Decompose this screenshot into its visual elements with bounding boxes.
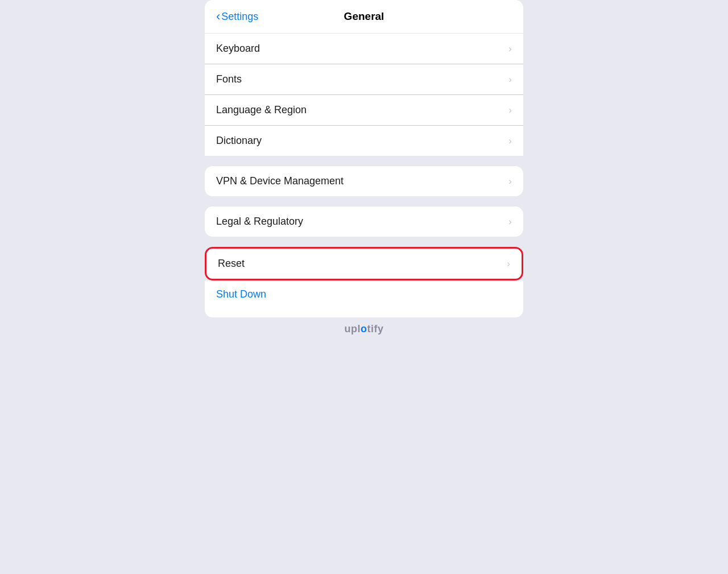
- fonts-item[interactable]: Fonts ›: [205, 64, 523, 95]
- language-region-label: Language & Region: [216, 104, 307, 116]
- settings-group-2: VPN & Device Management ›: [205, 166, 523, 196]
- keyboard-chevron-icon: ›: [508, 44, 512, 53]
- language-region-item[interactable]: Language & Region ›: [205, 95, 523, 126]
- back-chevron-icon: ‹: [216, 10, 220, 23]
- bottom-area: Shut Down: [205, 280, 523, 317]
- gap-1: [205, 156, 523, 166]
- reset-card: Reset ›: [205, 247, 523, 280]
- legal-chevron-icon: ›: [508, 217, 512, 226]
- gap-3: [205, 237, 523, 247]
- reset-item[interactable]: Reset ›: [206, 249, 522, 279]
- language-region-chevron-icon: ›: [508, 105, 512, 115]
- shutdown-item[interactable]: Shut Down: [205, 280, 523, 308]
- page-title: General: [344, 10, 384, 23]
- watermark-suffix: tify: [367, 323, 384, 335]
- watermark-o: o: [361, 323, 367, 335]
- keyboard-label: Keyboard: [216, 43, 260, 55]
- dictionary-label: Dictionary: [216, 135, 262, 147]
- vpn-chevron-icon: ›: [508, 176, 512, 186]
- watermark-prefix: upl: [345, 323, 361, 335]
- shutdown-label: Shut Down: [216, 288, 266, 300]
- header: ‹ Settings General: [205, 0, 523, 34]
- watermark: uplotify: [205, 317, 523, 337]
- reset-chevron-icon: ›: [507, 259, 510, 269]
- fonts-label: Fonts: [216, 73, 242, 85]
- vpn-item[interactable]: VPN & Device Management ›: [205, 166, 523, 196]
- legal-item[interactable]: Legal & Regulatory ›: [205, 207, 523, 237]
- settings-group-3: Legal & Regulatory ›: [205, 207, 523, 237]
- keyboard-item[interactable]: Keyboard ›: [205, 34, 523, 64]
- back-label: Settings: [221, 11, 258, 23]
- gap-2: [205, 196, 523, 207]
- fonts-chevron-icon: ›: [508, 75, 512, 84]
- dictionary-item[interactable]: Dictionary ›: [205, 126, 523, 156]
- settings-group-1: Keyboard › Fonts › Language & Region › D…: [205, 34, 523, 156]
- reset-label: Reset: [218, 258, 245, 270]
- vpn-label: VPN & Device Management: [216, 175, 344, 187]
- legal-label: Legal & Regulatory: [216, 216, 303, 228]
- dictionary-chevron-icon: ›: [508, 136, 512, 146]
- back-button[interactable]: ‹ Settings: [216, 10, 258, 23]
